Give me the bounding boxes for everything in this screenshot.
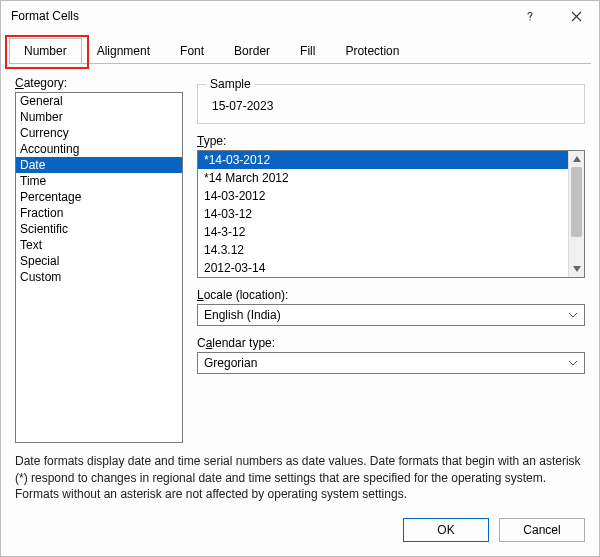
type-item[interactable]: 2012-03-14 xyxy=(198,259,568,277)
tab-alignment[interactable]: Alignment xyxy=(82,38,165,63)
format-cells-dialog: Format Cells NumberAlignmentFontBorderFi… xyxy=(0,0,600,557)
type-item[interactable]: 14-3-12 xyxy=(198,223,568,241)
tab-fill[interactable]: Fill xyxy=(285,38,330,63)
window-title: Format Cells xyxy=(11,9,507,23)
type-item[interactable]: 14-03-2012 xyxy=(198,187,568,205)
category-item[interactable]: Fraction xyxy=(16,205,182,221)
category-item[interactable]: Custom xyxy=(16,269,182,285)
type-item[interactable]: *14-03-2012 xyxy=(198,151,568,169)
category-item[interactable]: General xyxy=(16,93,182,109)
close-icon xyxy=(571,11,582,22)
type-label: Type: xyxy=(197,134,585,148)
locale-dropdown[interactable]: English (India) xyxy=(197,304,585,326)
ok-button[interactable]: OK xyxy=(403,518,489,542)
dialog-content: Category: GeneralNumberCurrencyAccountin… xyxy=(1,64,599,443)
tab-number[interactable]: Number xyxy=(9,38,82,63)
cancel-button-label: Cancel xyxy=(523,523,560,537)
category-item[interactable]: Scientific xyxy=(16,221,182,237)
category-listbox[interactable]: GeneralNumberCurrencyAccountingDateTimeP… xyxy=(15,92,183,443)
help-icon xyxy=(524,10,536,22)
calendar-dropdown[interactable]: Gregorian xyxy=(197,352,585,374)
tab-protection[interactable]: Protection xyxy=(330,38,414,63)
category-item[interactable]: Accounting xyxy=(16,141,182,157)
sample-label: Sample xyxy=(206,77,255,91)
tab-border[interactable]: Border xyxy=(219,38,285,63)
category-item[interactable]: Number xyxy=(16,109,182,125)
cancel-button[interactable]: Cancel xyxy=(499,518,585,542)
locale-value: English (India) xyxy=(204,308,281,322)
calendar-value: Gregorian xyxy=(204,356,257,370)
calendar-label: Calendar type: xyxy=(197,336,585,350)
category-item[interactable]: Currency xyxy=(16,125,182,141)
sample-value: 15-07-2023 xyxy=(208,99,574,113)
category-panel: Category: GeneralNumberCurrencyAccountin… xyxy=(15,76,183,443)
category-label: Category: xyxy=(15,76,183,90)
description-text: Date formats display date and time seria… xyxy=(1,443,599,502)
tab-underline xyxy=(9,63,591,64)
tab-font[interactable]: Font xyxy=(165,38,219,63)
type-item[interactable]: *14 March 2012 xyxy=(198,169,568,187)
category-item[interactable]: Special xyxy=(16,253,182,269)
type-item[interactable]: 14-03-12 xyxy=(198,205,568,223)
dialog-buttons: OK Cancel xyxy=(1,502,599,556)
titlebar: Format Cells xyxy=(1,1,599,31)
scroll-down-icon[interactable] xyxy=(569,261,584,277)
details-panel: Sample 15-07-2023 Type: *14-03-2012*14 M… xyxy=(197,76,585,443)
category-item[interactable]: Text xyxy=(16,237,182,253)
scroll-up-icon[interactable] xyxy=(569,151,584,167)
category-item[interactable]: Percentage xyxy=(16,189,182,205)
sample-group: Sample 15-07-2023 xyxy=(197,84,585,124)
category-item[interactable]: Time xyxy=(16,173,182,189)
close-button[interactable] xyxy=(553,1,599,31)
ok-button-label: OK xyxy=(437,523,454,537)
scrollbar-thumb[interactable] xyxy=(571,167,582,237)
chevron-down-icon xyxy=(568,312,578,318)
category-item[interactable]: Date xyxy=(16,157,182,173)
type-item[interactable]: 14.3.12 xyxy=(198,241,568,259)
help-button[interactable] xyxy=(507,1,553,31)
type-scrollbar[interactable] xyxy=(568,151,584,277)
locale-label: Locale (location): xyxy=(197,288,585,302)
tab-bar: NumberAlignmentFontBorderFillProtection xyxy=(1,31,599,63)
type-listbox[interactable]: *14-03-2012*14 March 201214-03-201214-03… xyxy=(197,150,585,278)
chevron-down-icon xyxy=(568,360,578,366)
